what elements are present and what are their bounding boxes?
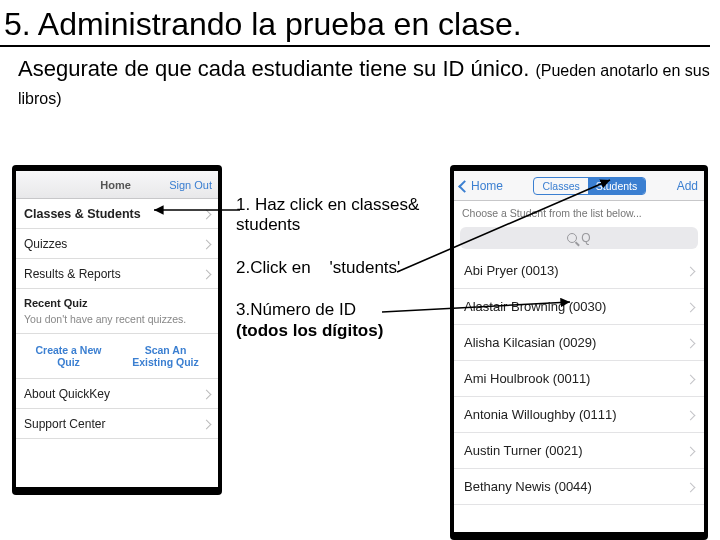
- student-name: Abi Pryer (0013): [464, 263, 559, 278]
- list-item[interactable]: Bethany Newis (0044): [454, 469, 704, 505]
- page-subtitle: Asegurate de que cada estudiante tiene s…: [0, 47, 720, 110]
- row-label: About QuickKey: [24, 387, 110, 401]
- instruction-3: 3.Número de ID (todos los dígitos): [236, 300, 446, 341]
- chevron-right-icon: [203, 207, 210, 221]
- search-icon: [567, 233, 577, 243]
- student-name: Bethany Newis (0044): [464, 479, 592, 494]
- chevron-right-icon: [687, 299, 694, 314]
- instruction-2b: 'students': [330, 258, 401, 277]
- row-support[interactable]: Support Center: [16, 409, 218, 439]
- row-quizzes[interactable]: Quizzes: [16, 229, 218, 259]
- page-title: 5. Administrando la prueba en clase.: [0, 0, 710, 47]
- row-classes-students[interactable]: Classes & Students: [16, 199, 218, 229]
- row-about[interactable]: About QuickKey: [16, 379, 218, 409]
- chevron-right-icon: [203, 267, 210, 281]
- row-results[interactable]: Results & Reports: [16, 259, 218, 289]
- student-name: Alastair Browning (0030): [464, 299, 606, 314]
- segmented-control[interactable]: Classes Students: [533, 177, 646, 195]
- chevron-right-icon: [687, 335, 694, 350]
- subtitle-main: Asegurate de que cada estudiante tiene s…: [18, 56, 529, 81]
- chevron-right-icon: [203, 237, 210, 251]
- recent-quiz-label: Recent Quiz: [16, 289, 218, 311]
- chevron-right-icon: [687, 443, 694, 458]
- tab-students[interactable]: Students: [588, 178, 645, 194]
- phone-students-mock: Home Classes Students Add Choose a Stude…: [450, 165, 708, 540]
- choose-student-prompt: Choose a Student from the list below...: [454, 201, 704, 225]
- scan-quiz-button[interactable]: Scan An Existing Quiz: [126, 344, 206, 368]
- list-item[interactable]: Antonia Willoughby (0111): [454, 397, 704, 433]
- student-name: Antonia Willoughby (0111): [464, 407, 616, 422]
- instruction-3a: 3.Número de ID: [236, 300, 356, 319]
- list-item[interactable]: Austin Turner (0021): [454, 433, 704, 469]
- list-item[interactable]: Ami Houlbrook (0011): [454, 361, 704, 397]
- search-input[interactable]: Q: [460, 227, 698, 249]
- chevron-right-icon: [687, 263, 694, 278]
- phone-home-mock: Home Sign Out Classes & Students Quizzes…: [12, 165, 222, 495]
- list-item[interactable]: Alisha Kilcasian (0029): [454, 325, 704, 361]
- navbar-students: Home Classes Students Add: [454, 171, 704, 201]
- chevron-right-icon: [203, 417, 210, 431]
- row-label: Results & Reports: [24, 267, 121, 281]
- student-name: Alisha Kilcasian (0029): [464, 335, 596, 350]
- chevron-right-icon: [687, 407, 694, 422]
- quiz-actions: Create a New Quiz Scan An Existing Quiz: [16, 334, 218, 379]
- row-label: Classes & Students: [24, 207, 141, 221]
- back-home-button[interactable]: Home: [460, 179, 503, 193]
- instruction-1: 1. Haz click en classes& students: [236, 195, 446, 236]
- tab-classes[interactable]: Classes: [534, 178, 587, 194]
- chevron-right-icon: [687, 371, 694, 386]
- chevron-right-icon: [203, 387, 210, 401]
- instruction-list: 1. Haz click en classes& students 2.Clic…: [236, 195, 446, 363]
- add-button[interactable]: Add: [677, 179, 698, 193]
- nav-title: Home: [62, 179, 169, 191]
- recent-quiz-empty: You don't have any recent quizzes.: [16, 311, 218, 334]
- list-item[interactable]: Abi Pryer (0013): [454, 253, 704, 289]
- chevron-right-icon: [687, 479, 694, 494]
- create-quiz-button[interactable]: Create a New Quiz: [29, 344, 109, 368]
- student-name: Ami Houlbrook (0011): [464, 371, 590, 386]
- instruction-2: 2.Click en 'students': [236, 258, 446, 278]
- navbar-home: Home Sign Out: [16, 171, 218, 199]
- row-label: Quizzes: [24, 237, 67, 251]
- search-placeholder: Q: [581, 231, 590, 245]
- list-item[interactable]: Alastair Browning (0030): [454, 289, 704, 325]
- student-name: Austin Turner (0021): [464, 443, 583, 458]
- instruction-2a: 2.Click en: [236, 258, 311, 277]
- signout-button[interactable]: Sign Out: [169, 179, 212, 191]
- instruction-3b: (todos los dígitos): [236, 321, 383, 340]
- row-label: Support Center: [24, 417, 105, 431]
